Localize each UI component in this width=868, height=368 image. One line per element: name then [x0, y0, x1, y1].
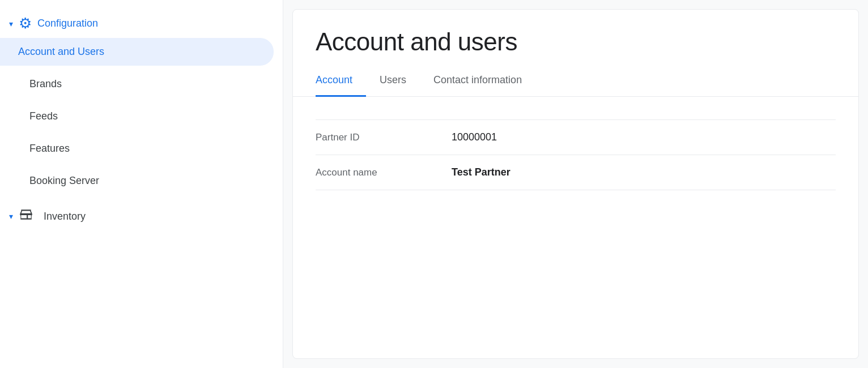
- tab-account[interactable]: Account: [316, 65, 366, 97]
- sidebar-item-label: Features: [29, 143, 70, 155]
- account-tab-content: Partner ID 10000001 Account name Test Pa…: [293, 97, 858, 358]
- sidebar-config-header[interactable]: ▾ ⚙ Configuration: [0, 9, 283, 38]
- sidebar-item-features[interactable]: Features: [0, 132, 274, 165]
- chevron-down-icon: ▾: [9, 19, 13, 28]
- gear-icon: ⚙: [19, 15, 32, 32]
- main-content: Account and users Account Users Contact …: [292, 9, 859, 359]
- sidebar-item-label: Brands: [29, 78, 62, 90]
- inventory-label: Inventory: [44, 211, 86, 222]
- tabs-container: Account Users Contact information: [293, 65, 858, 97]
- sidebar-inventory-header[interactable]: ▾ Inventory: [0, 197, 283, 231]
- chevron-down-icon: ▾: [9, 212, 13, 221]
- sidebar-item-account-and-users[interactable]: Account and Users: [0, 38, 274, 66]
- account-name-label: Account name: [316, 167, 452, 178]
- partner-id-value: 10000001: [452, 131, 497, 143]
- sidebar-item-booking-server[interactable]: Booking Server: [0, 165, 274, 197]
- store-icon: [19, 207, 33, 225]
- sidebar-item-feeds[interactable]: Feeds: [0, 100, 274, 132]
- config-label: Configuration: [37, 18, 98, 29]
- partner-id-label: Partner ID: [316, 132, 452, 143]
- sidebar-item-label: Booking Server: [29, 175, 99, 187]
- page-title: Account and users: [293, 10, 858, 56]
- partner-id-row: Partner ID 10000001: [316, 119, 836, 155]
- tab-contact-information[interactable]: Contact information: [420, 65, 535, 97]
- sidebar: ▾ ⚙ Configuration Account and Users Bran…: [0, 0, 283, 368]
- account-name-value: Test Partner: [452, 166, 510, 178]
- sidebar-item-brands[interactable]: Brands: [0, 68, 274, 100]
- sidebar-item-label: Account and Users: [18, 46, 104, 58]
- sidebar-item-label: Feeds: [29, 110, 58, 122]
- tab-users[interactable]: Users: [366, 65, 420, 97]
- account-name-row: Account name Test Partner: [316, 155, 836, 190]
